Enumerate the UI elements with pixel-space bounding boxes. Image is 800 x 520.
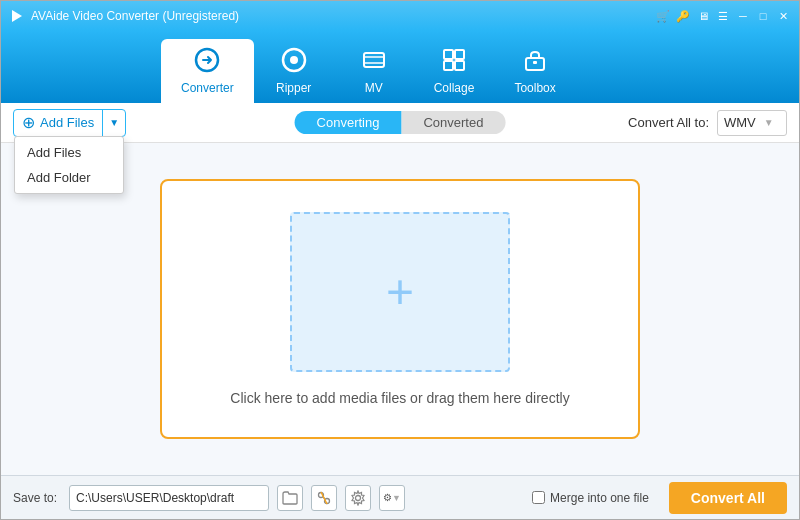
nav-item-toolbox[interactable]: Toolbox — [494, 39, 575, 103]
settings-button[interactable] — [345, 485, 371, 511]
minimize-button[interactable]: ─ — [735, 8, 751, 24]
add-files-arrow[interactable]: ▼ — [103, 110, 125, 136]
svg-marker-0 — [12, 10, 22, 22]
merge-checkbox[interactable] — [532, 491, 545, 504]
nav-item-mv[interactable]: MV — [334, 39, 414, 103]
dropdown-add-files[interactable]: Add Files — [15, 140, 123, 165]
maximize-button[interactable]: □ — [755, 8, 771, 24]
add-files-label: Add Files — [40, 115, 94, 130]
svg-rect-7 — [444, 61, 453, 70]
more-settings-button[interactable]: ⚙ ▼ — [379, 485, 405, 511]
merge-checkbox-area: Merge into one file — [532, 491, 649, 505]
nav-item-converter[interactable]: Converter — [161, 39, 254, 103]
svg-rect-8 — [455, 61, 464, 70]
title-bar: AVAide Video Converter (Unregistered) 🛒 … — [1, 1, 799, 31]
nav-label-collage: Collage — [434, 81, 475, 95]
nav-label-toolbox: Toolbox — [514, 81, 555, 95]
format-chevron-icon: ▼ — [764, 117, 774, 128]
svg-rect-5 — [444, 50, 453, 59]
add-files-dropdown: Add Files Add Folder — [14, 136, 124, 194]
dropdown-add-folder[interactable]: Add Folder — [15, 165, 123, 190]
footer: Save to: ⚙ ▼ Merge into one file Convert… — [1, 475, 799, 519]
app-title: AVAide Video Converter (Unregistered) — [31, 9, 655, 23]
plus-circle-icon: ⊕ — [22, 113, 35, 132]
menu-icon[interactable]: ☰ — [715, 8, 731, 24]
svg-point-15 — [356, 495, 361, 500]
convert-all-to-label: Convert All to: — [628, 115, 709, 130]
window-controls: 🛒 🔑 🖥 ☰ ─ □ ✕ — [655, 8, 791, 24]
add-media-icon: + — [386, 268, 414, 316]
save-path-input[interactable] — [69, 485, 269, 511]
settings-cut-button[interactable] — [311, 485, 337, 511]
nav-label-ripper: Ripper — [276, 81, 311, 95]
svg-rect-10 — [533, 61, 537, 64]
convert-all-button[interactable]: Convert All — [669, 482, 787, 514]
browse-folder-button[interactable] — [277, 485, 303, 511]
mv-icon — [361, 47, 387, 77]
tab-converting[interactable]: Converting — [295, 111, 402, 134]
format-selector[interactable]: WMV ▼ — [717, 110, 787, 136]
toolbox-icon — [522, 47, 548, 77]
merge-label: Merge into one file — [550, 491, 649, 505]
toolbar: ⊕ Add Files ▼ Add Files Add Folder Conve… — [1, 103, 799, 143]
save-to-label: Save to: — [13, 491, 57, 505]
format-value: WMV — [724, 115, 756, 130]
add-files-button[interactable]: ⊕ Add Files ▼ Add Files Add Folder — [13, 109, 126, 137]
collage-icon — [441, 47, 467, 77]
ripper-icon — [281, 47, 307, 77]
drop-zone-inner[interactable]: + — [290, 212, 510, 372]
convert-all-to: Convert All to: WMV ▼ — [628, 110, 787, 136]
converter-icon — [194, 47, 220, 77]
svg-rect-6 — [455, 50, 464, 59]
screen-icon[interactable]: 🖥 — [695, 8, 711, 24]
add-files-main[interactable]: ⊕ Add Files — [14, 110, 103, 136]
drop-zone-text: Click here to add media files or drag th… — [230, 390, 569, 406]
nav-item-ripper[interactable]: Ripper — [254, 39, 334, 103]
close-button[interactable]: ✕ — [775, 8, 791, 24]
nav-bar: Converter Ripper MV — [1, 31, 799, 103]
chevron-down-icon: ▼ — [109, 117, 119, 128]
key-icon[interactable]: 🔑 — [675, 8, 691, 24]
nav-label-mv: MV — [365, 81, 383, 95]
app-logo — [9, 8, 25, 24]
svg-rect-4 — [364, 53, 384, 67]
nav-label-converter: Converter — [181, 81, 234, 95]
tab-section: Converting Converted — [295, 111, 506, 134]
tab-converted[interactable]: Converted — [401, 111, 505, 134]
drop-zone-outer[interactable]: + Click here to add media files or drag … — [160, 179, 640, 439]
nav-item-collage[interactable]: Collage — [414, 39, 495, 103]
cart-icon[interactable]: 🛒 — [655, 8, 671, 24]
svg-point-3 — [290, 56, 298, 64]
